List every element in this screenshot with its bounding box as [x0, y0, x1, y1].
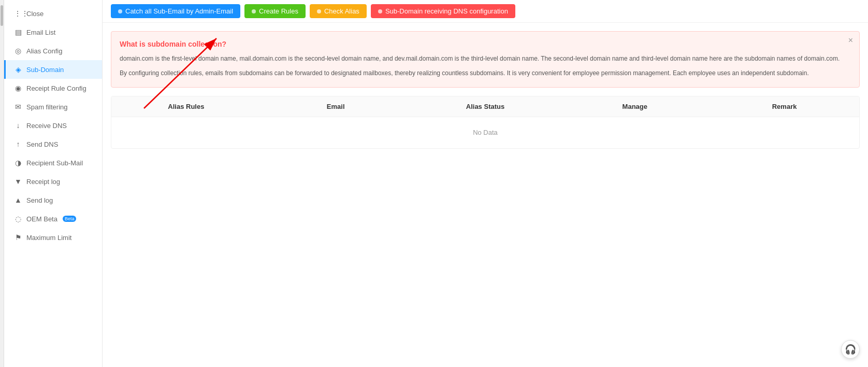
- sidebar-item-label-close: Close: [26, 10, 44, 18]
- sidebar-item-label-sub-domain: Sub-Domain: [26, 66, 64, 74]
- table-header-manage: Manage: [560, 103, 710, 110]
- main-content: Catch all Sub-Email by Admin-EmailCreate…: [103, 0, 868, 367]
- create-rules-label: Create Rules: [259, 7, 298, 15]
- sub-domain-dns-dot-icon: [378, 9, 382, 13]
- sub-domain-dns-button[interactable]: Sub-Domain receiving DNS configuration: [371, 4, 515, 18]
- catch-all-dot-icon: [118, 9, 122, 13]
- sidebar-item-receive-dns[interactable]: ↓Receive DNS: [4, 116, 102, 135]
- sidebar-item-label-oem-beta: OEM Beta: [26, 215, 57, 223]
- info-box-title: What is subdomain collection?: [120, 40, 851, 48]
- maximum-limit-icon: ⚑: [14, 233, 22, 242]
- support-button[interactable]: 🎧: [841, 340, 860, 359]
- table-header: Alias RulesEmailAlias StatusManageRemark: [111, 96, 859, 117]
- sidebar-item-receipt-log[interactable]: ▼Receipt log: [4, 172, 102, 191]
- info-box-close-button[interactable]: ×: [848, 36, 853, 45]
- content-area: What is subdomain collection? domain.com…: [103, 23, 868, 367]
- send-log-icon: ▲: [14, 196, 22, 204]
- sidebar-item-label-send-log: Send log: [26, 196, 53, 204]
- sidebar-item-send-log[interactable]: ▲Send log: [4, 191, 102, 209]
- alias-config-icon: ◎: [14, 47, 22, 55]
- sidebar-item-sub-domain[interactable]: ◈Sub-Domain: [4, 60, 102, 79]
- table-header-remark: Remark: [710, 103, 859, 110]
- catch-all-label: Catch all Sub-Email by Admin-Email: [125, 7, 233, 15]
- toolbar: Catch all Sub-Email by Admin-EmailCreate…: [103, 0, 868, 23]
- table-header-alias-rules: Alias Rules: [111, 103, 261, 110]
- sidebar-item-email-list[interactable]: ▤Email List: [4, 23, 102, 41]
- table-body: No Data: [111, 117, 859, 148]
- create-rules-button[interactable]: Create Rules: [244, 4, 306, 18]
- sidebar-item-receipt-rule-config[interactable]: ◉Receipt Rule Config: [4, 79, 102, 97]
- sidebar-item-label-send-dns: Send DNS: [26, 140, 58, 148]
- receipt-log-icon: ▼: [14, 177, 22, 186]
- receive-dns-icon: ↓: [14, 121, 22, 130]
- receipt-rule-config-icon: ◉: [14, 84, 22, 92]
- sidebar-item-label-email-list: Email List: [26, 29, 55, 36]
- catch-all-button[interactable]: Catch all Sub-Email by Admin-Email: [111, 4, 240, 18]
- sidebar-item-close[interactable]: ⋮⋮Close: [4, 4, 102, 23]
- check-alias-button[interactable]: Check Alias: [310, 4, 367, 18]
- send-dns-icon: ↑: [14, 140, 22, 148]
- recipient-sub-mail-icon: ◑: [14, 159, 22, 167]
- sidebar-item-label-receive-dns: Receive DNS: [26, 122, 67, 130]
- create-rules-dot-icon: [252, 9, 256, 13]
- sub-domain-icon: ◈: [14, 65, 22, 74]
- sidebar-item-recipient-sub-mail[interactable]: ◑Recipient Sub-Mail: [4, 153, 102, 172]
- sidebar-item-send-dns[interactable]: ↑Send DNS: [4, 135, 102, 153]
- email-list-icon: ▤: [14, 28, 22, 36]
- close-icon: ⋮⋮: [14, 9, 22, 18]
- sidebar-badge-oem-beta: Beta: [63, 216, 77, 222]
- check-alias-label: Check Alias: [324, 7, 359, 15]
- spam-filtering-icon: ✉: [14, 103, 22, 111]
- sidebar-item-label-maximum-limit: Maximum Limit: [26, 234, 71, 242]
- sub-domain-dns-label: Sub-Domain receiving DNS configuration: [385, 7, 508, 15]
- check-alias-dot-icon: [317, 9, 321, 13]
- table-header-alias-status: Alias Status: [411, 103, 560, 110]
- table-header-email: Email: [261, 103, 411, 110]
- sidebar-item-spam-filtering[interactable]: ✉Spam filtering: [4, 97, 102, 116]
- oem-beta-icon: ◌: [14, 215, 22, 223]
- table-empty-text: No Data: [473, 129, 498, 136]
- sidebar-item-maximum-limit[interactable]: ⚑Maximum Limit: [4, 228, 102, 247]
- sidebar-item-label-receipt-rule-config: Receipt Rule Config: [26, 84, 86, 92]
- info-box: What is subdomain collection? domain.com…: [111, 31, 860, 88]
- info-box-paragraph1: domain.com is the first-level domain nam…: [120, 53, 851, 64]
- sidebar-item-label-recipient-sub-mail: Recipient Sub-Mail: [26, 159, 83, 167]
- headset-icon: 🎧: [845, 344, 856, 355]
- sidebar-item-label-spam-filtering: Spam filtering: [26, 103, 67, 111]
- info-box-paragraph2: By configuring collection rules, emails …: [120, 68, 851, 78]
- alias-rules-table: Alias RulesEmailAlias StatusManageRemark…: [111, 96, 860, 149]
- sidebar-item-label-alias-config: Alias Config: [26, 47, 62, 55]
- sidebar-item-label-receipt-log: Receipt log: [26, 178, 60, 186]
- sidebar: ⋮⋮Close▤Email List◎Alias Config◈Sub-Doma…: [4, 0, 103, 367]
- sidebar-item-alias-config[interactable]: ◎Alias Config: [4, 41, 102, 60]
- sidebar-item-oem-beta[interactable]: ◌OEM BetaBeta: [4, 209, 102, 228]
